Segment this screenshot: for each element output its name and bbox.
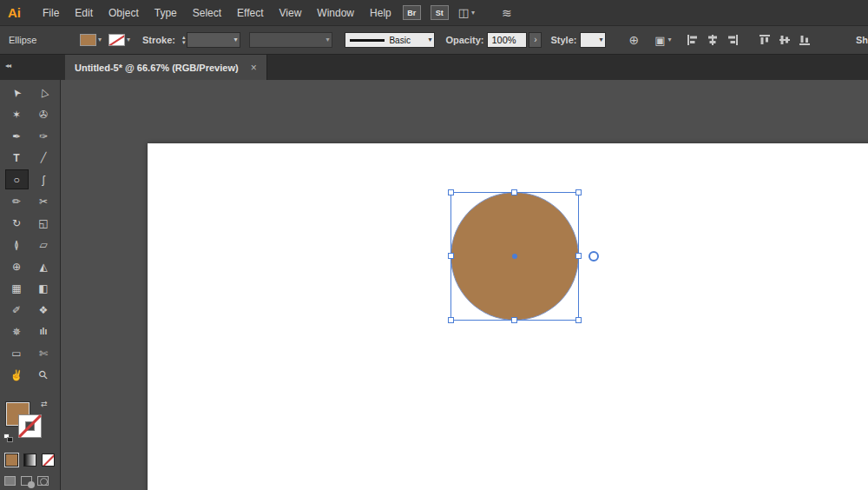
width-profile-select[interactable]: ▾	[249, 32, 332, 48]
column-graph-tool[interactable]: ılı	[32, 321, 56, 341]
width-tool[interactable]: ≬	[5, 235, 29, 255]
lasso-tool[interactable]: ✇	[32, 104, 56, 124]
brush-name-label: Basic	[389, 36, 410, 45]
canvas[interactable]	[61, 80, 868, 490]
tab-title: Untitled-5* @ 66.67% (RGB/Preview)	[75, 63, 239, 73]
ellipse-tool[interactable]: ○	[5, 169, 29, 189]
bridge-button[interactable]: Br	[403, 5, 421, 20]
pen-tool[interactable]: ✒	[5, 126, 29, 146]
style-select[interactable]: ▾	[580, 32, 606, 48]
pie-widget[interactable]	[589, 251, 599, 262]
brush-definition-select[interactable]: Basic ▾	[345, 32, 435, 48]
menu-view[interactable]: View	[272, 0, 310, 26]
menu-effect[interactable]: Effect	[229, 0, 271, 26]
free-transform-tool[interactable]: ▱	[32, 235, 56, 255]
center-point	[512, 254, 517, 259]
stroke-weight-select[interactable]: ▾	[187, 32, 240, 48]
align-horizontal-left-button[interactable]	[687, 34, 699, 46]
align-vertical-top-button[interactable]	[759, 34, 771, 46]
selection-handle-w[interactable]	[448, 253, 454, 259]
chevron-down-icon: ▾	[233, 36, 237, 43]
main-menu: File Edit Object Type Select Effect View…	[35, 0, 399, 26]
stroke-weight-stepper[interactable]: ▴ ▾	[182, 35, 186, 45]
style-label: Style:	[550, 35, 576, 45]
menu-help[interactable]: Help	[362, 0, 399, 26]
draw-behind-button[interactable]	[21, 476, 32, 486]
align-vertical-bottom-icon	[799, 34, 811, 46]
swoosh-icon[interactable]: ≋	[502, 7, 512, 19]
align-horizontal-right-icon	[727, 34, 739, 46]
fill-color-control[interactable]: ▾	[80, 34, 102, 46]
align-horizontal-center-button[interactable]	[707, 34, 719, 46]
hand-tool[interactable]: ✌	[5, 365, 29, 385]
globe-icon[interactable]: ⊕	[628, 34, 639, 46]
menu-file[interactable]: File	[35, 0, 67, 26]
stock-button[interactable]: St	[431, 5, 449, 20]
selection-handle-nw[interactable]	[448, 189, 454, 195]
tool-icon: ✏	[12, 196, 21, 207]
selection-handle-ne[interactable]	[575, 189, 582, 195]
line-tool[interactable]: ╱	[32, 148, 56, 168]
swap-fill-stroke-icon[interactable]: ⇄	[41, 400, 48, 408]
color-mode-button[interactable]	[5, 454, 18, 467]
selection-handle-se[interactable]	[575, 317, 582, 323]
align-horizontal-right-button[interactable]	[727, 34, 739, 46]
tool-icon: ▭	[11, 348, 21, 359]
scissors-tool[interactable]: ✂	[32, 191, 56, 211]
draw-inside-button[interactable]	[37, 476, 49, 486]
tool-icon: ✑	[39, 131, 48, 142]
draw-mode-row	[0, 473, 61, 488]
tool-icon: ✐	[12, 305, 21, 315]
opacity-input[interactable]: 100%	[487, 32, 527, 48]
mesh-tool[interactable]: ▦	[5, 278, 29, 298]
transform-menu[interactable]: ▣ ▾	[654, 35, 671, 46]
none-mode-button[interactable]	[42, 454, 55, 467]
perspective-grid-tool[interactable]: ◭	[32, 256, 56, 276]
selection-handle-sw[interactable]	[448, 317, 454, 323]
stroke-color-box[interactable]	[18, 414, 42, 438]
collapse-panel-icon[interactable]: ◂◂	[5, 62, 10, 70]
artboard-tool[interactable]: ▭	[5, 343, 29, 363]
gradient-tool[interactable]: ◧	[32, 278, 56, 298]
selection-handle-s[interactable]	[511, 317, 517, 323]
align-vertical-bottom-button[interactable]	[799, 34, 811, 46]
stroke-color-control[interactable]: ▾	[108, 34, 130, 46]
menu-object[interactable]: Object	[101, 0, 147, 26]
tab-untitled-5[interactable]: Untitled-5* @ 66.67% (RGB/Preview) ×	[65, 55, 267, 80]
direct-selection-tool[interactable]: ▷	[32, 83, 56, 103]
close-icon[interactable]: ×	[251, 62, 257, 74]
document-tabs: Untitled-5* @ 66.67% (RGB/Preview) ×	[65, 55, 267, 80]
tool-icon: ↻	[12, 218, 21, 228]
selection-handle-n[interactable]	[511, 189, 517, 195]
opacity-panel-button[interactable]: ›	[529, 32, 542, 48]
default-fill-stroke-icon[interactable]	[3, 434, 15, 443]
align-horizontal-left-icon	[687, 34, 699, 46]
selection-tool[interactable]: ➤	[5, 83, 29, 103]
menu-window[interactable]: Window	[309, 0, 362, 26]
paintbrush-tool[interactable]: ʃ	[32, 169, 56, 189]
blend-tool[interactable]: ❖	[32, 300, 56, 320]
draw-normal-button[interactable]	[4, 476, 16, 486]
zoom-tool[interactable]: ⚲	[32, 365, 56, 385]
tool-icon: ╱	[41, 153, 47, 162]
menu-type[interactable]: Type	[147, 0, 185, 26]
menu-select[interactable]: Select	[185, 0, 229, 26]
align-vertical-center-button[interactable]	[779, 34, 791, 46]
symbol-sprayer-tool[interactable]: ✵	[5, 321, 29, 341]
gradient-mode-button[interactable]	[23, 454, 36, 467]
menu-edit[interactable]: Edit	[67, 0, 101, 26]
panel-arrow-icon: ›	[534, 35, 536, 44]
workspace-switcher[interactable]: ◫ ▾	[458, 7, 475, 18]
curvature-tool[interactable]: ✑	[32, 126, 56, 146]
type-tool[interactable]: T	[5, 148, 29, 168]
eyedropper-tool[interactable]: ✐	[5, 300, 29, 320]
magic-wand-tool[interactable]: ✶	[5, 104, 29, 124]
slice-tool[interactable]: ✄	[32, 343, 56, 363]
shape-builder-tool[interactable]: ⊕	[5, 256, 29, 276]
stroke-none-swatch	[108, 34, 125, 46]
selection-handle-e[interactable]	[575, 253, 582, 259]
pencil-tool[interactable]: ✏	[5, 191, 29, 211]
rotate-tool[interactable]: ↻	[5, 213, 29, 233]
align-vertical-center-icon	[779, 34, 791, 46]
scale-tool[interactable]: ◱	[32, 213, 56, 233]
